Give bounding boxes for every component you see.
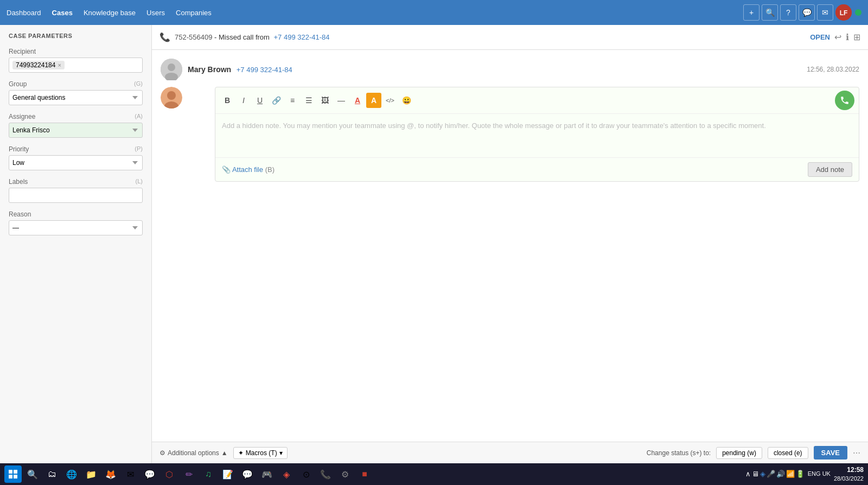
closed-status-button[interactable]: closed (e) [768, 447, 808, 459]
history-icon[interactable]: ↩ [834, 32, 841, 42]
group-select[interactable]: General questions [9, 90, 143, 105]
recipient-field: Recipient 74993224184 × [9, 48, 143, 73]
note-editor: B I U 🔗 ≡ ☰ 🖼 — A A </> 😀 [215, 87, 859, 182]
main-layout: CASE PARAMETERS Recipient 74993224184 × … [0, 25, 868, 463]
message-timestamp: 12:56, 28.03.2022 [807, 66, 859, 73]
recipient-tag: 74993224184 × [12, 61, 65, 69]
add-note-button[interactable]: Add note [808, 162, 852, 177]
avatar[interactable]: LF [835, 4, 852, 21]
additional-options-link[interactable]: ⚙ Additional options ▲ [159, 449, 228, 457]
group-label: Group (G) [9, 80, 143, 88]
ordered-list-button[interactable]: ≡ [285, 93, 300, 108]
recipient-label: Recipient [9, 48, 143, 55]
pending-status-button[interactable]: pending (w) [716, 447, 762, 459]
chevron-down-icon: ▾ [279, 449, 283, 457]
search-button[interactable]: 🔍 [762, 4, 778, 21]
nav-companies[interactable]: Companies [176, 9, 212, 17]
underline-button[interactable]: U [252, 93, 267, 108]
nav-dashboard[interactable]: Dashboard [7, 9, 41, 17]
labels-input[interactable] [9, 188, 143, 203]
assignee-field: Assignee (A) Lenka Frisco [9, 113, 143, 138]
sidebar: CASE PARAMETERS Recipient 74993224184 × … [0, 25, 152, 463]
case-header: 📞 752-556409 - Missed call from +7 499 3… [152, 25, 868, 50]
save-button[interactable]: SAVE [814, 446, 847, 460]
help-button[interactable]: ? [780, 4, 796, 21]
note-editor-row: B I U 🔗 ≡ ☰ 🖼 — A A </> 😀 [161, 87, 859, 182]
sidebar-title: CASE PARAMETERS [9, 33, 143, 39]
info-icon[interactable]: ℹ [846, 32, 849, 42]
svg-text:LF: LF [840, 9, 848, 17]
nav-users[interactable]: Users [146, 9, 165, 17]
open-status-badge: OPEN [810, 33, 830, 41]
chat-button[interactable]: 💬 [799, 4, 815, 21]
save-options-icon[interactable]: ⋯ [853, 449, 860, 457]
emoji-button[interactable]: 😀 [399, 93, 414, 108]
svg-point-3 [168, 63, 175, 71]
macros-icon: ✦ [238, 449, 244, 457]
assignee-label: Assignee (A) [9, 113, 143, 120]
nav-knowledge-base[interactable]: Knowledge base [84, 9, 136, 17]
chevron-up-icon: ▲ [221, 449, 228, 457]
note-body[interactable]: Add a hidden note. You may mention your … [215, 114, 859, 157]
priority-field: Priority (P) Low [9, 145, 143, 170]
change-status-label: Change status (s+) to: [647, 449, 711, 457]
note-footer: 📎 Attach file (B) Add note [215, 157, 859, 181]
svg-point-6 [167, 91, 176, 100]
attach-file-link[interactable]: Attach file [232, 165, 263, 174]
topnav-icons: + 🔍 ? 💬 ✉ LF [743, 4, 861, 21]
expand-icon[interactable]: ⊞ [853, 32, 860, 42]
priority-select[interactable]: Low [9, 155, 143, 170]
settings-icon: ⚙ [159, 449, 165, 457]
case-area: 📞 752-556409 - Missed call from +7 499 3… [152, 25, 868, 463]
note-author-avatar [161, 87, 182, 109]
nav-cases[interactable]: Cases [52, 9, 73, 17]
message-area: Mary Brown +7 499 322-41-84 12:56, 28.03… [152, 50, 868, 442]
topnav: Dashboard Cases Knowledge base Users Com… [0, 0, 868, 25]
code-button[interactable]: </> [382, 93, 398, 108]
bottom-bar: ⚙ Additional options ▲ ✦ Macros (T) ▾ Ch… [152, 442, 868, 463]
add-button[interactable]: + [743, 4, 760, 21]
group-field: Group (G) General questions [9, 80, 143, 105]
unordered-list-button[interactable]: ☰ [301, 93, 316, 108]
image-button[interactable]: 🖼 [317, 93, 333, 108]
bg-color-button[interactable]: A [366, 93, 381, 108]
note-toolbar: B I U 🔗 ≡ ☰ 🖼 — A A </> 😀 [215, 87, 859, 114]
labels-field: Labels (L) [9, 178, 143, 203]
bold-button[interactable]: B [220, 93, 235, 108]
divider-button[interactable]: — [334, 93, 349, 108]
reason-select[interactable]: — [9, 220, 143, 235]
font-color-button[interactable]: A [350, 93, 365, 108]
case-header-actions: ↩ ℹ ⊞ [834, 32, 860, 42]
link-button[interactable]: 🔗 [269, 93, 284, 108]
reason-label: Reason [9, 210, 143, 218]
case-header-info: 752-556409 - Missed call from +7 499 322… [175, 33, 806, 41]
macros-dropdown[interactable]: ✦ Macros (T) ▾ [233, 447, 288, 459]
labels-label: Labels (L) [9, 178, 143, 186]
email-button[interactable]: ✉ [817, 4, 833, 21]
status-dot [855, 9, 861, 16]
assignee-select[interactable]: Lenka Frisco [9, 123, 143, 138]
priority-label: Priority (P) [9, 145, 143, 153]
reason-field: Reason — [9, 210, 143, 235]
phone-icon: 📞 [159, 32, 170, 42]
recipient-tag-remove[interactable]: × [58, 62, 61, 68]
recipient-input[interactable]: 74993224184 × [9, 58, 143, 73]
message-header: Mary Brown +7 499 322-41-84 12:56, 28.03… [161, 59, 859, 80]
italic-button[interactable]: I [236, 93, 251, 108]
sender-avatar [161, 59, 182, 80]
call-button[interactable] [835, 91, 854, 110]
sender-info: Mary Brown +7 499 322-41-84 [188, 65, 292, 74]
